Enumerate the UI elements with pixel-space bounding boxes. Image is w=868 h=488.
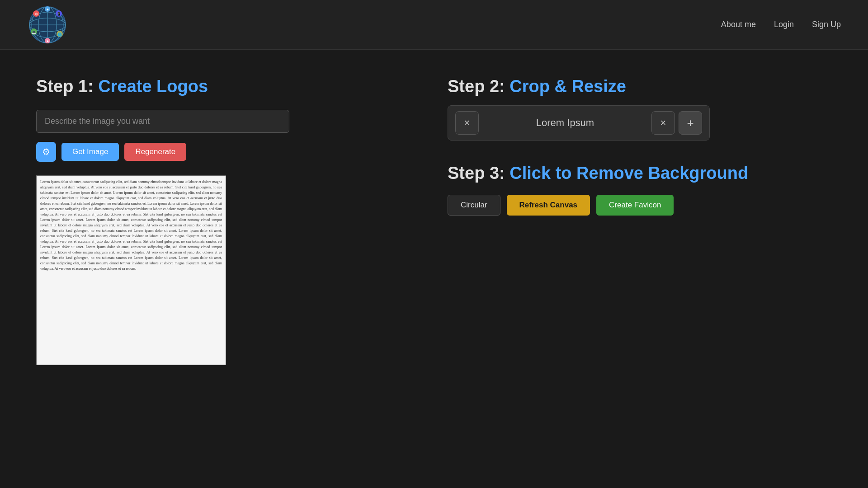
step2-title: Crop & Resize [509,77,626,96]
crop-resize-bar: × Lorem Ipsum × + [448,105,710,141]
step3-number: Step 3: [448,164,505,183]
crop-remove-left-button[interactable]: × [455,111,479,135]
nav-link-signup[interactable]: Sign Up [812,20,841,29]
get-image-button[interactable]: Get Image [61,143,119,161]
svg-text:🌐: 🌐 [57,32,62,37]
step3-buttons: Circular Refresh Canvas Create Favicon [448,195,832,216]
main-content: Step 1: Create Logos ⚙ Get Image Regener… [0,50,868,392]
close-right-icon: × [660,117,666,129]
create-favicon-button[interactable]: Create Favicon [596,195,674,216]
refresh-canvas-button[interactable]: Refresh Canvas [507,195,590,216]
nav-link-login[interactable]: Login [774,20,794,29]
nav-link-about[interactable]: About me [721,20,756,29]
circular-button[interactable]: Circular [448,195,500,216]
step3-heading: Step 3: Click to Remove Background [448,163,832,184]
gear-icon: ⚙ [42,146,50,157]
plus-icon: + [687,116,693,130]
step2-heading: Step 2: Crop & Resize [448,77,832,96]
left-column: Step 1: Create Logos ⚙ Get Image Regener… [36,77,420,365]
regenerate-button[interactable]: Regenerate [124,143,186,161]
step1-number: Step 1: [36,77,94,96]
svg-text:⚙: ⚙ [35,12,38,16]
crop-remove-right-button[interactable]: × [651,111,675,135]
globe-icon: ⚙ 📱 💻 🌐 ✦ ★ [27,5,68,45]
step1-heading: Step 1: Create Logos [36,77,420,96]
action-buttons: ⚙ Get Image Regenerate [36,142,420,162]
crop-label: Lorem Ipsum [479,117,651,129]
navbar: ⚙ 📱 💻 🌐 ✦ ★ About me Login Sign Up [0,0,868,50]
step1-title: Create Logos [98,77,208,96]
right-column: Step 2: Crop & Resize × Lorem Ipsum × + … [448,77,832,365]
lorem-image-text: Lorem ipsum dolor sit amet, consectetur … [37,176,226,365]
nav-links: About me Login Sign Up [721,20,841,29]
step3-title: Click to Remove Background [509,164,748,183]
svg-text:📱: 📱 [57,12,61,16]
image-description-input[interactable] [36,110,289,133]
close-left-icon: × [464,117,470,129]
settings-gear-button[interactable]: ⚙ [36,142,56,162]
svg-text:★: ★ [46,39,49,43]
step2-number: Step 2: [448,77,505,96]
logo: ⚙ 📱 💻 🌐 ✦ ★ [27,5,68,45]
svg-text:💻: 💻 [32,30,36,34]
svg-text:✦: ✦ [46,8,49,12]
generated-image-preview: Lorem ipsum dolor sit amet, consectetur … [36,175,226,365]
crop-add-button[interactable]: + [679,111,702,135]
